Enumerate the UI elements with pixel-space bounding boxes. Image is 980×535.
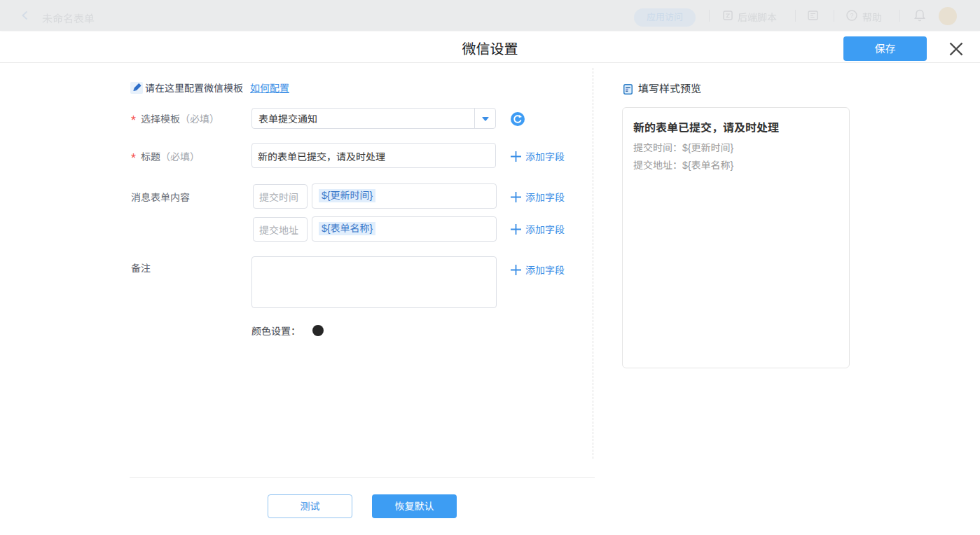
svg-text:?: ? xyxy=(850,12,853,19)
